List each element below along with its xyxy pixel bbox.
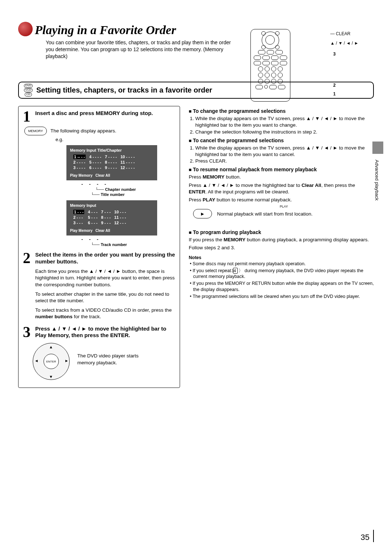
cancel-item-1: While the display appears on the TV scre… — [195, 145, 374, 158]
change-item-2: Change the selection following the instr… — [195, 129, 374, 135]
disc-type-badges: DVD VCD CD — [23, 84, 34, 97]
resume-p2: Press ▲ / ▼ / ◄ / ► to move the highligh… — [189, 182, 374, 195]
side-tab — [372, 142, 383, 154]
play-button-label: PLAY — [194, 205, 374, 208]
resume-title: To resume normal playback from memory pl… — [189, 167, 374, 172]
section-header: DVD VCD CD Setting titles, chapters, or … — [18, 82, 374, 99]
memory-button-icon: MEMORY — [24, 127, 47, 135]
resume-p3: Press PLAY button to resume normal playb… — [189, 197, 374, 203]
intro-text: You can combine your favorite titles, ch… — [46, 39, 238, 60]
step-1-title: Insert a disc and press MEMORY during st… — [35, 110, 153, 124]
note-1: • Some discs may not permit memory playb… — [189, 261, 374, 267]
header-bullet-icon — [18, 22, 33, 36]
step-number-2: 2 — [23, 251, 35, 265]
page-ref-icon: 34 — [233, 268, 238, 274]
section-title: Setting titles, chapters, or tracks in a… — [36, 86, 212, 94]
right-info-panel: To change the programmed selections Whil… — [189, 106, 374, 388]
cancel-selections-title: To cancel the programmed selections — [189, 138, 374, 143]
notes-title: Notes — [189, 255, 374, 260]
program-during-title: To program during playback — [189, 229, 374, 235]
display2-annotation: - - - └── Track number — [81, 237, 175, 247]
page-number: 35 — [361, 530, 374, 542]
note-4: • The programmed selections will be clea… — [189, 294, 374, 300]
step-2-body-1: Each time you press the ▲ / ▼ / ◄ / ► bu… — [35, 268, 175, 288]
note-3: • If you press the MEMORY or RETURN butt… — [189, 280, 374, 293]
step-2-body-3: To select tracks from a VIDEO CD/audio C… — [35, 307, 175, 320]
during-p1: If you press the MEMORY button during pl… — [189, 237, 374, 243]
step-3-title: Press ▲ / ▼ / ◄ / ► to move the highligh… — [35, 325, 175, 339]
during-p2: Follow steps 2 and 3. — [189, 245, 374, 251]
steps-panel: 1 Insert a disc and press MEMORY during … — [18, 106, 180, 388]
change-item-1: While the display appears on the TV scre… — [195, 115, 374, 128]
step-number-3: 3 — [23, 325, 35, 339]
step-3-desc: The DVD video player starts memory playb… — [77, 353, 150, 366]
resume-p1: Press MEMORY button. — [189, 174, 374, 180]
play-button-icon: ► — [193, 209, 212, 218]
tv-display-title-chapter: Memory Input Title/Chapter 1 -- - -4 - -… — [66, 145, 157, 180]
change-selections-title: To change the programmed selections — [189, 108, 374, 114]
eg-label: e.g. — [56, 137, 175, 142]
step-2-title: Select the items in the order you want b… — [35, 251, 175, 265]
cancel-item-2: Press CLEAR. — [195, 158, 374, 164]
play-desc: Normal playback will start from first lo… — [217, 211, 313, 217]
display1-annotation: - - - - └── Chapter number └── Title num… — [81, 182, 175, 197]
tv-display-track: Memory Input 1 - - -4 - - -7 - - -10 - -… — [66, 200, 157, 235]
side-section-label: Advanced playback — [374, 160, 380, 201]
remote-diagram — [250, 29, 290, 102]
step-1-following: The following display appears. — [50, 128, 175, 134]
step-2-body-2: To select another chapter in the same ti… — [35, 291, 175, 304]
step-number-1: 1 — [23, 110, 35, 124]
page-title: Playing in a Favorite Order — [35, 23, 238, 37]
dpad-icon: ▲ ▼ ◄ ► ENTER — [32, 342, 72, 382]
note-2: • If you select repeat 34〉 during memory… — [189, 268, 374, 280]
